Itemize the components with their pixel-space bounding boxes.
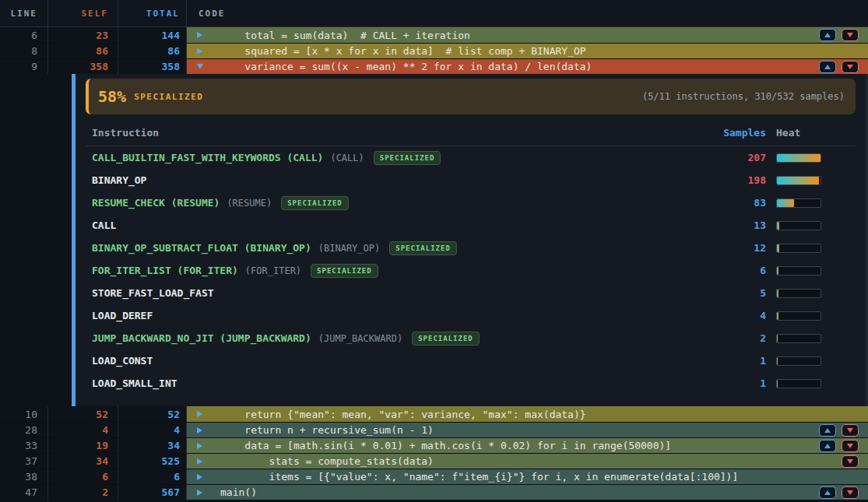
code-text: main() — [220, 486, 257, 498]
code-cell[interactable]: total = sum(data) # CALL + iteration — [187, 27, 868, 43]
expand-toggle-icon[interactable] — [197, 48, 208, 54]
jump-down-button[interactable] — [842, 455, 859, 468]
jump-down-button[interactable] — [842, 424, 859, 437]
specialized-label: SPECIALIZED — [134, 92, 203, 102]
jump-down-button[interactable] — [842, 486, 859, 499]
instruction-name: CALL — [92, 219, 116, 231]
code-row: 33 19 34 data = [math.sin(i * 0.01) + ma… — [0, 437, 868, 453]
self-samples: 23 — [48, 27, 118, 43]
heat-bar-fill — [777, 335, 778, 342]
samples-count: 2 — [712, 332, 766, 344]
self-samples: 19 — [48, 438, 118, 453]
heat-bar-fill — [777, 154, 821, 162]
code-cell[interactable]: return n + recursive_sum(n - 1) — [187, 423, 868, 437]
heat-bar — [776, 198, 821, 208]
total-samples: 144 — [118, 27, 187, 43]
code-row: 38 6 6 items = [{"value": x, "name": f"i… — [0, 469, 868, 484]
jump-up-button[interactable] — [819, 424, 836, 437]
base-opcode: (RESUME) — [227, 198, 272, 209]
code-cell[interactable]: data = [math.sin(i * 0.01) + math.cos(i … — [187, 438, 868, 453]
heat-header: Heat — [776, 127, 821, 139]
specialization-stats: (5/11 instructions, 310/532 samples) — [642, 91, 845, 102]
expand-toggle-icon[interactable] — [197, 458, 208, 465]
code-text: return {"mean": mean, "var": variance, "… — [220, 409, 586, 420]
expand-toggle-icon[interactable] — [197, 474, 208, 480]
samples-count: 1 — [712, 355, 766, 367]
instruction-name: RESUME_CHECK (RESUME) — [92, 197, 220, 209]
line-column-header: LINE — [0, 0, 48, 26]
code-cell[interactable]: squared = [x * x for x in data] # list c… — [187, 44, 868, 58]
heat-bar-fill — [777, 290, 778, 297]
heat-bar-fill — [777, 357, 778, 365]
specialized-badge: SPECIALIZED — [389, 241, 457, 255]
code-row: 6 23 144 total = sum(data) # CALL + iter… — [0, 27, 868, 43]
code-column-header: CODE — [187, 0, 868, 26]
heat-bar-fill — [777, 222, 779, 230]
self-samples: 4 — [48, 423, 118, 437]
heat-bar — [776, 266, 821, 276]
total-samples: 358 — [118, 59, 187, 74]
expand-toggle-icon[interactable] — [197, 490, 208, 496]
jump-up-button[interactable] — [819, 486, 836, 499]
instruction-row: CALL 13 — [86, 214, 856, 237]
line-number: 38 — [0, 469, 48, 484]
instruction-row: LOAD_CONST 1 — [86, 349, 856, 372]
instruction-row: STORE_FAST_LOAD_FAST 5 — [86, 282, 856, 304]
instruction-name: JUMP_BACKWARD_NO_JIT (JUMP_BACKWARD) — [92, 332, 311, 344]
base-opcode: (BINARY_OP) — [318, 243, 380, 254]
code-cell[interactable]: main() — [187, 485, 868, 500]
jump-up-button[interactable] — [819, 29, 836, 41]
base-opcode: (JUMP_BACKWARD) — [318, 333, 402, 344]
self-samples: 34 — [48, 454, 118, 469]
jump-up-button[interactable] — [819, 61, 836, 73]
heat-bar-fill — [777, 244, 779, 252]
self-samples: 86 — [48, 44, 118, 58]
total-samples: 567 — [118, 485, 187, 500]
heat-bar — [776, 176, 821, 185]
code-text: stats = compute_stats(data) — [220, 455, 434, 467]
code-cell[interactable]: stats = compute_stats(data) — [187, 454, 868, 469]
jump-down-button[interactable] — [842, 29, 859, 41]
samples-count: 12 — [712, 242, 766, 254]
code-cell[interactable]: items = [{"value": x, "name": f"item_{i}… — [187, 469, 868, 484]
samples-count: 13 — [712, 219, 766, 231]
code-cell[interactable]: return {"mean": mean, "var": variance, "… — [187, 406, 868, 422]
heat-bar — [776, 356, 821, 366]
jump-up-button[interactable] — [819, 440, 836, 452]
instruction-row: JUMP_BACKWARD_NO_JIT (JUMP_BACKWARD) (JU… — [86, 327, 856, 349]
total-samples: 86 — [118, 44, 187, 58]
code-row: 10 52 52 return {"mean": mean, "var": va… — [0, 406, 868, 422]
instruction-table-header: Instruction Samples Heat — [86, 127, 856, 146]
code-text: variance = sum((x - mean) ** 2 for x in … — [220, 61, 592, 72]
expand-toggle-icon[interactable] — [197, 443, 208, 449]
instruction-row: LOAD_SMALL_INT 1 — [86, 372, 856, 395]
line-number: 8 — [0, 44, 48, 58]
total-samples: 4 — [118, 423, 187, 437]
line-number: 37 — [0, 454, 48, 469]
self-column-header: SELF — [48, 0, 118, 26]
expand-toggle-icon[interactable] — [197, 64, 208, 69]
jump-down-button[interactable] — [842, 440, 859, 452]
samples-count: 4 — [712, 310, 766, 321]
code-cell[interactable]: variance = sum((x - mean) ** 2 for x in … — [187, 59, 868, 74]
code-rows-bottom: 10 52 52 return {"mean": mean, "var": va… — [0, 406, 868, 500]
samples-count: 5 — [712, 287, 766, 299]
heat-bar — [776, 379, 821, 388]
samples-count: 1 — [712, 377, 766, 389]
base-opcode: (CALL) — [330, 153, 364, 163]
expand-toggle-icon[interactable] — [197, 427, 208, 434]
instruction-name: LOAD_CONST — [92, 355, 153, 367]
jump-down-button[interactable] — [842, 61, 859, 73]
instruction-name: BINARY_OP_SUBTRACT_FLOAT (BINARY_OP) — [92, 242, 311, 254]
code-row: 47 2 567 main() — [0, 484, 868, 500]
code-text: return n + recursive_sum(n - 1) — [220, 424, 434, 436]
heat-bar — [776, 289, 821, 298]
line-number: 6 — [0, 27, 48, 43]
specialized-badge: SPECIALIZED — [374, 151, 441, 165]
expand-toggle-icon[interactable] — [197, 411, 208, 417]
samples-count: 207 — [712, 152, 766, 163]
instruction-name: BINARY_OP — [92, 174, 146, 186]
line-number: 9 — [0, 59, 48, 74]
expand-toggle-icon[interactable] — [197, 32, 208, 38]
heat-bar — [776, 311, 821, 321]
